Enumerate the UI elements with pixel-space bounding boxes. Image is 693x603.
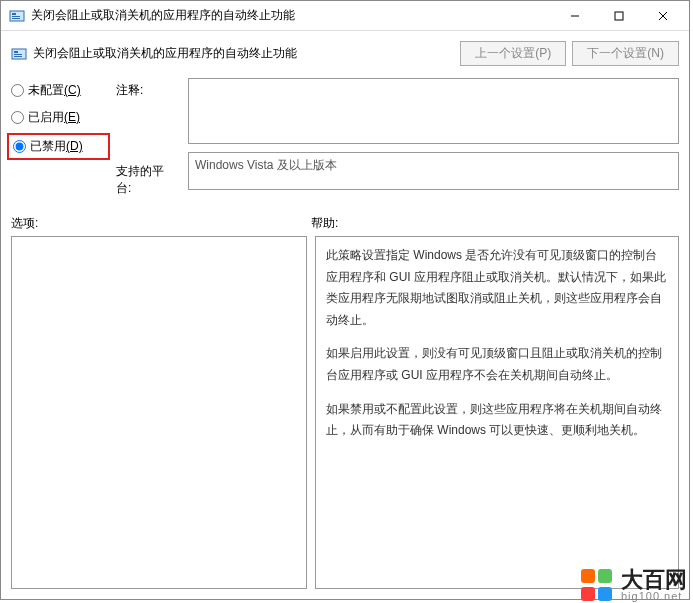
- help-panel: 此策略设置指定 Windows 是否允许没有可见顶级窗口的控制台应用程序和 GU…: [315, 236, 679, 589]
- field-inputs: Windows Vista 及以上版本: [188, 78, 679, 197]
- window-controls: [553, 2, 685, 30]
- svg-rect-3: [12, 18, 20, 19]
- help-paragraph-2: 如果启用此设置，则没有可见顶级窗口且阻止或取消关机的控制台应用程序或 GUI 应…: [326, 343, 668, 386]
- comment-input[interactable]: [188, 78, 679, 144]
- radio-enabled-label: 已启用(E): [28, 109, 80, 126]
- titlebar: 关闭会阻止或取消关机的应用程序的自动终止功能: [1, 1, 689, 31]
- radio-disabled[interactable]: 已禁用(D): [7, 133, 110, 160]
- field-labels: 注释: 支持的平台:: [116, 78, 178, 197]
- content-area: 未配置(C) 已启用(E) 已禁用(D) 注释: 支持的平台: Windows …: [1, 72, 689, 599]
- radio-group: 未配置(C) 已启用(E) 已禁用(D): [11, 78, 106, 197]
- close-button[interactable]: [641, 2, 685, 30]
- options-label: 选项:: [11, 215, 311, 232]
- panel-labels: 选项: 帮助:: [11, 215, 679, 232]
- policy-icon: [11, 46, 27, 62]
- maximize-button[interactable]: [597, 2, 641, 30]
- panels: 此策略设置指定 Windows 是否允许没有可见顶级窗口的控制台应用程序和 GU…: [11, 236, 679, 589]
- policy-icon: [9, 8, 25, 24]
- svg-rect-2: [12, 16, 20, 17]
- comment-label: 注释:: [116, 82, 178, 99]
- previous-setting-button[interactable]: 上一个设置(P): [460, 41, 566, 66]
- svg-rect-11: [14, 56, 22, 57]
- help-paragraph-1: 此策略设置指定 Windows 是否允许没有可见顶级窗口的控制台应用程序和 GU…: [326, 245, 668, 331]
- radio-enabled[interactable]: 已启用(E): [11, 109, 106, 126]
- next-setting-button[interactable]: 下一个设置(N): [572, 41, 679, 66]
- policy-title: 关闭会阻止或取消关机的应用程序的自动终止功能: [33, 45, 460, 62]
- platform-label: 支持的平台:: [116, 163, 178, 197]
- minimize-button[interactable]: [553, 2, 597, 30]
- radio-enabled-input[interactable]: [11, 111, 24, 124]
- window-title: 关闭会阻止或取消关机的应用程序的自动终止功能: [31, 7, 553, 24]
- radio-not-configured[interactable]: 未配置(C): [11, 82, 106, 99]
- policy-header: 关闭会阻止或取消关机的应用程序的自动终止功能 上一个设置(P) 下一个设置(N): [1, 31, 689, 72]
- svg-rect-5: [615, 12, 623, 20]
- radio-not-configured-label: 未配置(C): [28, 82, 81, 99]
- help-label: 帮助:: [311, 215, 338, 232]
- options-panel: [11, 236, 307, 589]
- radio-not-configured-input[interactable]: [11, 84, 24, 97]
- svg-rect-10: [14, 54, 22, 55]
- supported-platform: Windows Vista 及以上版本: [188, 152, 679, 190]
- radio-disabled-label: 已禁用(D): [30, 138, 83, 155]
- top-config-area: 未配置(C) 已启用(E) 已禁用(D) 注释: 支持的平台: Windows …: [11, 78, 679, 197]
- window: 关闭会阻止或取消关机的应用程序的自动终止功能 关闭会阻止或取消关机的应用程序的自…: [0, 0, 690, 600]
- help-paragraph-3: 如果禁用或不配置此设置，则这些应用程序将在关机期间自动终止，从而有助于确保 Wi…: [326, 399, 668, 442]
- radio-disabled-input[interactable]: [13, 140, 26, 153]
- svg-rect-1: [12, 13, 16, 15]
- svg-rect-9: [14, 51, 18, 53]
